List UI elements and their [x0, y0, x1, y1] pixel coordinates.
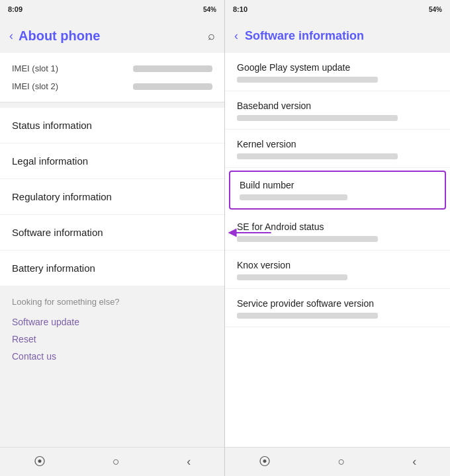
menu-item-legal[interactable]: Legal information	[0, 143, 224, 179]
left-status-bar: 8:09 54%	[0, 0, 224, 19]
menu-item-regulatory[interactable]: Regulatory information	[0, 179, 224, 215]
right-battery: 54%	[429, 6, 442, 13]
right-status-icons: 54%	[429, 6, 442, 13]
info-label-baseband: Baseband version	[237, 100, 438, 111]
info-label-build: Build number	[240, 180, 435, 190]
info-item-kernel[interactable]: Kernel version	[225, 130, 450, 168]
footer-title: Looking for something else?	[12, 297, 212, 307]
imei-slot2-row: IMEI (slot 2)	[12, 77, 212, 95]
imei-section: IMEI (slot 1) IMEI (slot 2)	[0, 53, 224, 102]
menu-section: Status information Legal information Reg…	[0, 108, 224, 286]
info-value-service-provider	[237, 313, 378, 319]
left-back-button[interactable]: ‹	[9, 29, 13, 43]
footer-link-contact[interactable]: Contact us	[12, 348, 212, 365]
right-content: Google Play system update Baseband versi…	[225, 53, 450, 447]
footer-section: Looking for something else? Software upd…	[0, 286, 224, 447]
info-label-google-play: Google Play system update	[237, 62, 438, 73]
right-back-nav-icon[interactable]: ‹	[412, 455, 416, 469]
left-panel: 8:09 54% ‹ About phone ⌕ IMEI (slot 1) I…	[0, 0, 225, 476]
info-item-knox[interactable]: Knox version	[225, 251, 450, 289]
imei-slot1-value	[133, 65, 212, 72]
info-item-build[interactable]: Build number	[229, 171, 446, 210]
imei-slot2-value	[133, 83, 212, 90]
left-time: 8:09	[8, 5, 22, 13]
right-page-title: Software information	[245, 29, 364, 43]
info-item-baseband[interactable]: Baseband version	[225, 91, 450, 130]
info-label-kernel: Kernel version	[237, 139, 438, 149]
info-item-google-play[interactable]: Google Play system update	[225, 53, 450, 91]
info-value-google-play	[237, 77, 378, 83]
left-nav-bar: ⦿ ○ ‹	[0, 447, 224, 476]
left-back-nav-icon[interactable]: ‹	[187, 455, 191, 469]
right-time: 8:10	[233, 5, 248, 13]
left-status-icons: 54%	[203, 6, 216, 13]
menu-item-battery[interactable]: Battery information	[0, 251, 224, 286]
search-icon[interactable]: ⌕	[208, 29, 215, 43]
info-label-service-provider: Service provider software version	[237, 298, 438, 309]
right-status-bar: 8:10 54%	[225, 0, 450, 19]
footer-link-software-update[interactable]: Software update	[12, 313, 212, 331]
right-recents-icon[interactable]: ⦿	[259, 455, 271, 469]
info-value-knox	[237, 274, 347, 280]
menu-item-software-label: Software information	[12, 227, 103, 238]
left-header: ‹ About phone ⌕	[0, 19, 224, 53]
left-header-left: ‹ About phone	[9, 28, 100, 44]
info-value-baseband	[237, 115, 398, 121]
right-nav-bar: ⦿ ○ ‹	[225, 447, 450, 476]
imei-slot1-label: IMEI (slot 1)	[12, 63, 58, 73]
menu-item-software[interactable]: Software information	[0, 215, 224, 251]
imei-slot1-row: IMEI (slot 1)	[12, 60, 212, 77]
menu-item-status[interactable]: Status information	[0, 108, 224, 143]
right-header: ‹ Software information	[225, 19, 450, 53]
menu-item-legal-label: Legal information	[12, 155, 88, 167]
info-item-service-provider[interactable]: Service provider software version	[225, 289, 450, 327]
arrow-annotation-icon	[228, 226, 274, 239]
menu-item-battery-label: Battery information	[12, 262, 95, 274]
info-value-build	[240, 194, 347, 200]
right-back-button[interactable]: ‹	[234, 29, 238, 43]
left-home-icon[interactable]: ○	[112, 455, 120, 469]
right-home-icon[interactable]: ○	[338, 455, 345, 469]
left-battery: 54%	[203, 6, 216, 13]
left-page-title: About phone	[19, 28, 100, 44]
info-value-kernel	[237, 153, 398, 159]
imei-slot2-label: IMEI (slot 2)	[12, 81, 58, 91]
footer-link-reset[interactable]: Reset	[12, 331, 212, 348]
left-recents-icon[interactable]: ⦿	[34, 455, 46, 469]
info-label-knox: Knox version	[237, 260, 438, 270]
menu-item-regulatory-label: Regulatory information	[12, 191, 112, 202]
menu-item-status-label: Status information	[12, 120, 92, 131]
